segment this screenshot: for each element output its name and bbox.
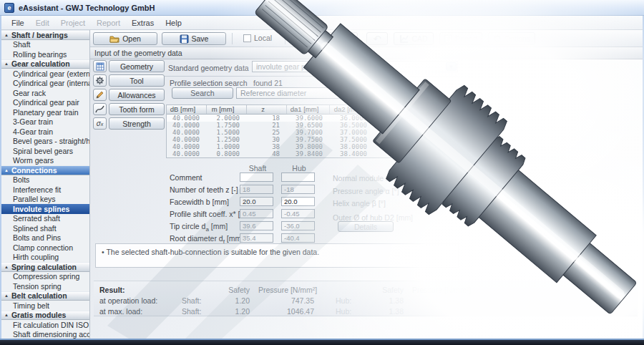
table-row[interactable]: 40.0000 1.5000 25 39.7000 37.0000 [167,129,460,136]
sidebar-item[interactable]: ▲ Tension spring [1,281,89,291]
options-button[interactable]: Options [488,32,535,45]
sidebar-item[interactable]: ▲ Gratis modules [1,311,89,321]
table-row[interactable]: 40.0000 2.0000 18 39.6000 36.0000 [167,115,460,122]
tooth-form-icon-button[interactable] [93,103,107,115]
shaft-value-input[interactable] [240,172,273,182]
strength-button[interactable]: Strength [109,117,165,130]
calculate-button[interactable]: Calculate [292,32,358,45]
col-header[interactable]: da2 [mm] [330,105,374,114]
details-button[interactable]: Details [338,221,394,232]
geometry-button[interactable]: Geometry [109,60,165,72]
sidebar-item-label: Gear rack [13,89,46,97]
sidebar-item[interactable]: ▲ Involute splines [1,204,89,214]
sidebar-item[interactable]: ▲ Serrated shaft [1,214,89,224]
allowances-icon-button[interactable] [93,89,107,101]
tooth-form-button[interactable]: Tooth form [109,103,165,115]
sidebar-item[interactable]: ▲ Rolling bearings [1,49,89,59]
cad-button[interactable]: CAD [394,32,434,45]
shaft-value-input[interactable]: 0.45 [240,209,273,218]
sidebar-item[interactable]: ▲ Cylindrical gear (internal) [1,79,89,89]
undo-arrow-icon: ↶ [374,34,381,44]
result-panel: Result: Safety Pressure [N/mm²] Safety P… [94,281,638,316]
result-title: Result: [99,286,182,294]
table-row[interactable]: 40.0000 1.0000 38 39.8000 38.0000 [167,143,460,150]
menu-item[interactable]: Extras [126,17,160,29]
sidebar-item[interactable]: ▲ Compression spring [1,272,89,282]
sidebar-item[interactable]: ▲ Spring calculation [1,262,89,272]
sidebar-item[interactable]: ▲ Hirth coupling [1,253,89,263]
save-button[interactable]: Save [162,32,226,45]
reference-diameter-dropdown[interactable]: Reference diameter ▼ [236,87,379,99]
col-header[interactable]: da1 [mm] [287,105,330,114]
search-button[interactable]: Search [172,87,233,99]
shaft-value-input[interactable]: 39.6 [240,221,273,230]
sidebar-item[interactable]: ▲ Gear calculation [1,59,89,69]
menu-item[interactable]: Help [160,17,187,29]
table-row[interactable]: 40.0000 0.8000 48 39.8400 38.4000 [167,150,460,157]
table-row[interactable]: 40.0000 1.2500 30 39.7500 37.5000 [167,136,460,143]
menu-item[interactable]: Report [91,17,126,29]
sidebar-item[interactable]: ▲ Bevel gears - straight/helical [1,137,89,147]
open-button[interactable]: Open [93,32,157,45]
sidebar-item[interactable]: ▲ Shaft [1,40,89,50]
hub-value-input[interactable] [281,172,315,182]
sidebar-item[interactable]: ▲ Worm gears [1,156,89,166]
disabled-field-label: Helix angle β [°] [333,199,386,208]
standard-profile-dropdown[interactable]: involute gear profile acc. to DIN 5480 ▼ [252,61,458,72]
menu-item[interactable]: Edit [30,17,55,29]
sidebar-item-label: Hirth coupling [13,253,59,261]
shaft-value-input[interactable]: 20.0 [240,197,273,206]
col-header[interactable]: z [247,105,287,114]
sidebar-item[interactable]: ▲ Shaft / bearings [1,30,89,40]
col-header[interactable]: m [mm] [207,105,247,114]
sidebar-item[interactable]: ▲ Planetary gear train [1,107,89,117]
sidebar-item[interactable]: ▲ 3-Gear train [1,117,89,127]
tool-icon-button[interactable] [93,74,107,87]
sidebar-item[interactable]: ▲ Cylindrical gear pair [1,98,89,108]
down-arrow-icon[interactable]: ▼ [446,62,457,71]
report-label: Report [455,34,478,43]
sidebar-item[interactable]: ▲ Bolts [1,175,89,185]
menu-item[interactable]: Project [55,17,91,29]
sidebar-item[interactable]: ▲ Timing belt [1,301,89,311]
sidebar-item[interactable]: ▲ Bolts and Pins [1,233,89,243]
sidebar-item-label: Spiral bevel gears [13,147,73,155]
geometry-icon-button[interactable] [93,60,107,72]
sidebar-item-label: Cylindrical gear (internal) [13,79,90,87]
hub-value-input[interactable]: -18 [281,185,315,194]
shaft-value-input[interactable]: 18 [240,185,273,194]
sidebar-item[interactable]: ▲ Splined shaft [1,223,89,233]
sidebar-item[interactable]: ▲ Interference fit [1,185,89,195]
allowances-button[interactable]: Allowances [109,89,165,101]
sidebar-item[interactable]: ▲ Clamp connection [1,243,89,253]
sidebar-item[interactable]: ▲ Spiral bevel gears [1,146,89,156]
strength-icon-button[interactable]: σx [93,117,107,130]
report-button[interactable]: Report [439,32,482,45]
hub-value-input[interactable]: -36.0 [281,221,315,230]
hub-value-input[interactable]: -0.45 [281,209,315,218]
sidebar-item-label: Shaft / bearings [11,31,68,39]
sidebar-item[interactable]: ▲ 4-Gear train [1,127,89,137]
sidebar-item[interactable]: ▲ Fit calculation DIN ISO 286 [1,320,89,330]
hub-value-input[interactable]: 20.0 [281,197,315,206]
table-row[interactable]: 40.0000 1.7500 21 39.6500 36.5000 [167,122,460,129]
sidebar-item[interactable]: ▲ Parallel keys [1,195,89,205]
sidebar-item[interactable]: ▲ Shaft dimensioning accor... [1,330,89,340]
sidebar-item[interactable]: ▲ Cylindrical gear (external) [1,69,89,79]
local-checkbox[interactable] [243,34,251,42]
shaft-value-input[interactable]: 35.4 [240,233,273,243]
sidebar-item[interactable]: ▲ Connections [1,165,89,175]
main-area: Open Save Local Calculate ↶ CAD [90,30,643,340]
sidebar-item[interactable]: ▲ Belt calculation [1,291,89,301]
sidebar-item-label: Fit calculation DIN ISO 286 [13,321,90,329]
col-header[interactable]: dB [mm] [167,105,207,114]
profile-table: dB [mm] m [mm] z da1 [mm] da2 [mm] 40.00… [166,105,461,158]
options-label: Options [504,34,530,43]
sidebar-item[interactable]: ▲ Gear rack [1,88,89,98]
menu-item[interactable]: File [6,17,30,29]
tool-button[interactable]: Tool [109,74,165,87]
hub-value-input[interactable]: -40.4 [281,233,315,243]
page-title: Input of the geometry data [90,47,643,59]
down-arrow-icon[interactable]: ▼ [367,89,378,97]
undo-button[interactable]: ↶ [366,32,388,45]
